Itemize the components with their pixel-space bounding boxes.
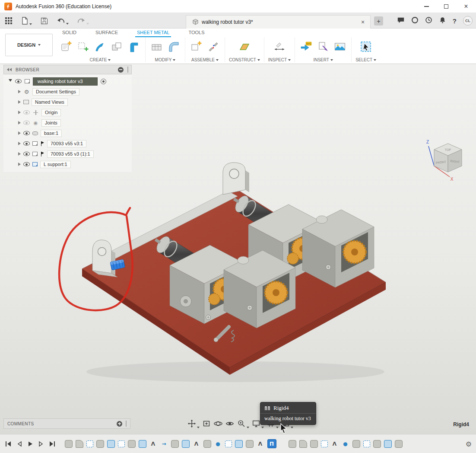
- timeline-feature-extrude[interactable]: [107, 440, 115, 448]
- group-label-assemble[interactable]: ASSEMBLE: [191, 57, 215, 62]
- timeline-feature-joint[interactable]: [149, 440, 157, 448]
- browser-item-label[interactable]: Named Views: [32, 99, 68, 106]
- tab-sheet-metal[interactable]: SHEET METAL: [135, 29, 171, 37]
- convert-to-sheet-metal-icon[interactable]: [110, 39, 124, 54]
- construction-plane-icon[interactable]: [237, 39, 252, 54]
- disclosure-arrow-icon[interactable]: [9, 79, 12, 83]
- group-label-create[interactable]: CREATE: [90, 57, 107, 62]
- browser-item[interactable]: 70093 v55 v3 (1):1: [3, 149, 132, 159]
- timeline-feature-flange[interactable]: [76, 440, 83, 448]
- browser-item-label[interactable]: base:1: [41, 130, 62, 137]
- visibility-eye-icon[interactable]: [23, 110, 30, 115]
- disclosure-arrow-icon[interactable]: [18, 163, 21, 166]
- workspace-selector[interactable]: DESIGN: [5, 34, 53, 56]
- browser-item-label[interactable]: L support:1: [40, 161, 71, 168]
- timeline-feature-ball[interactable]: [214, 440, 222, 448]
- timeline-feature-joint[interactable]: [193, 440, 200, 448]
- pan-icon[interactable]: [187, 418, 200, 429]
- timeline-feature-flange[interactable]: [299, 440, 307, 448]
- zoom-icon[interactable]: [236, 418, 250, 429]
- disclosure-arrow-icon[interactable]: [18, 121, 21, 124]
- create-flange-icon[interactable]: [93, 39, 108, 54]
- timeline-feature-body[interactable]: [395, 440, 403, 448]
- disclosure-arrow-icon[interactable]: [18, 142, 21, 145]
- group-label-select[interactable]: SELECT: [355, 57, 372, 62]
- new-document-tab-button[interactable]: +: [374, 16, 383, 26]
- browser-header[interactable]: BROWSER: [3, 65, 132, 74]
- app-grid-icon[interactable]: [3, 16, 14, 26]
- timeline-feature-joint[interactable]: [257, 440, 264, 448]
- timeline-feature-extrude[interactable]: [139, 440, 146, 448]
- step-back-button[interactable]: [16, 441, 22, 447]
- timeline-feature-arrow[interactable]: [160, 440, 168, 448]
- undo-button[interactable]: [55, 16, 70, 26]
- close-button[interactable]: ×: [456, 0, 476, 13]
- create-sketch-icon[interactable]: [59, 39, 74, 54]
- go-to-end-button[interactable]: [49, 441, 55, 447]
- redo-button[interactable]: [76, 16, 90, 26]
- visibility-eye-icon[interactable]: [15, 79, 22, 83]
- visibility-eye-icon[interactable]: [23, 131, 30, 135]
- orbit-icon[interactable]: [213, 418, 223, 429]
- look-at-icon[interactable]: [225, 418, 235, 429]
- timeline-feature-body[interactable]: [352, 440, 360, 448]
- browser-item[interactable]: Named Views: [3, 97, 132, 107]
- add-comment-icon[interactable]: [117, 421, 122, 427]
- panel-scrollbar[interactable]: [127, 67, 128, 73]
- help-icon[interactable]: ?: [453, 17, 457, 25]
- disclosure-arrow-icon[interactable]: [18, 131, 21, 135]
- browser-item-label[interactable]: 70093 v55 v3 (1):1: [47, 150, 94, 158]
- disclosure-arrow-icon[interactable]: [18, 100, 21, 104]
- tab-solid[interactable]: SOLID: [60, 29, 78, 37]
- timeline-feature-body[interactable]: [65, 440, 73, 448]
- visibility-eye-icon[interactable]: [23, 152, 30, 156]
- unfold-icon[interactable]: [149, 39, 164, 54]
- collapse-panel-icon[interactable]: [7, 68, 12, 71]
- timeline-feature-rigid-selected[interactable]: [267, 439, 276, 448]
- timeline-feature-body[interactable]: [310, 440, 318, 448]
- timeline-feature-sketch[interactable]: [225, 440, 232, 447]
- document-tab[interactable]: walking robot tutor v3* ×: [186, 15, 371, 29]
- timeline-feature-joint[interactable]: [331, 440, 339, 448]
- browser-item-label[interactable]: 70093 v55 v3:1: [47, 140, 86, 147]
- timeline-feature-extrude[interactable]: [235, 440, 243, 448]
- disclosure-arrow-icon[interactable]: [18, 90, 21, 93]
- decal-icon[interactable]: [333, 39, 347, 54]
- fit-view-icon[interactable]: [201, 418, 212, 429]
- minimize-panel-icon[interactable]: [118, 67, 124, 73]
- timeline-settings-gear-icon[interactable]: ⚙: [466, 440, 472, 448]
- flange-icon[interactable]: [127, 39, 141, 54]
- select-window-icon[interactable]: [359, 39, 373, 54]
- browser-item[interactable]: Origin: [3, 107, 132, 118]
- timeline-feature-ball[interactable]: [342, 440, 349, 448]
- browser-item[interactable]: 70093 v55 v3:1: [3, 138, 132, 149]
- timeline-feature-body[interactable]: [171, 440, 179, 448]
- comments-bar[interactable]: COMMENTS: [3, 418, 130, 429]
- browser-item[interactable]: Joints: [3, 118, 132, 128]
- activate-component-radio-icon[interactable]: [101, 79, 106, 84]
- status-circle-icon[interactable]: [411, 16, 419, 26]
- modify-corner-icon[interactable]: [166, 39, 181, 54]
- browser-item-label[interactable]: Joints: [41, 119, 61, 127]
- timeline-feature-sketch[interactable]: [86, 440, 93, 447]
- timeline-feature-body[interactable]: [373, 440, 381, 448]
- timeline-feature-sketch[interactable]: [363, 440, 370, 447]
- comments-scrollbar[interactable]: [126, 421, 127, 427]
- measure-icon[interactable]: [272, 39, 287, 54]
- minimize-button[interactable]: [416, 0, 436, 13]
- create-flange-sketch-icon[interactable]: [76, 39, 91, 54]
- tab-close-icon[interactable]: ×: [359, 19, 366, 26]
- job-status-clock-icon[interactable]: [425, 16, 432, 26]
- maximize-button[interactable]: [436, 0, 456, 13]
- tab-surface[interactable]: SURFACE: [94, 29, 120, 37]
- timeline-feature-body[interactable]: [203, 440, 211, 448]
- play-button[interactable]: [27, 441, 33, 447]
- save-button[interactable]: [39, 16, 50, 26]
- timeline-feature-sketch[interactable]: [118, 440, 125, 447]
- timeline-feature-extrude[interactable]: [182, 440, 190, 448]
- joint-icon[interactable]: [206, 39, 221, 54]
- timeline-feature-body[interactable]: [96, 440, 104, 448]
- notifications-bell-icon[interactable]: [439, 16, 446, 26]
- timeline-feature-body[interactable]: [128, 440, 136, 448]
- step-forward-button[interactable]: [38, 441, 44, 447]
